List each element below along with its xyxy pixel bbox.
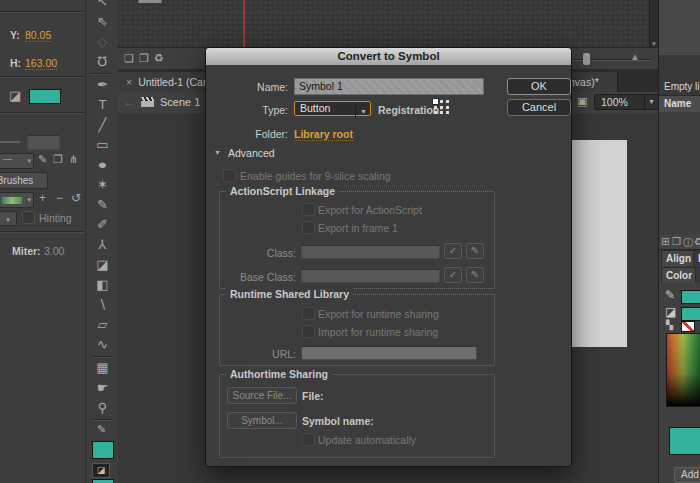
fill-color-swatch[interactable] xyxy=(681,307,700,321)
source-file-button: Source File... xyxy=(227,387,297,404)
ok-button[interactable]: OK xyxy=(507,78,571,95)
paint-bucket-tool[interactable]: ◪ xyxy=(86,255,119,275)
export-in-frame-label: Export in frame 1 xyxy=(318,222,398,234)
name-input[interactable]: Symbol 1 xyxy=(294,78,484,95)
default-colors-icon[interactable]: ▚ xyxy=(666,320,673,330)
brush-preview-dropdown[interactable]: ▾ xyxy=(0,192,34,208)
h-value[interactable]: 163.00 xyxy=(25,57,57,70)
brush-tool[interactable]: ✐ xyxy=(86,215,119,235)
properties-icon[interactable]: ⓘ xyxy=(683,236,693,250)
eyedropper-tool[interactable]: ∖ xyxy=(86,295,119,315)
frame-size-slider-knob[interactable] xyxy=(583,53,590,65)
tab-align[interactable]: Align xyxy=(661,250,696,266)
edit-symbols-icon[interactable]: ▣ xyxy=(577,95,587,108)
advanced-label[interactable]: Advanced xyxy=(228,147,275,159)
timeline-hscroll-thumb[interactable] xyxy=(138,0,162,3)
dialog-title[interactable]: Convert to Symbol xyxy=(206,48,571,65)
edit-class-button: ✎ xyxy=(466,243,484,259)
polystar-tool[interactable]: ✶ xyxy=(86,175,119,195)
name-column-label: Name xyxy=(664,98,691,109)
advanced-disclosure-icon[interactable]: ▼ xyxy=(214,149,221,156)
subselection-tool[interactable]: ⇖ xyxy=(86,12,119,32)
zoom-level-dropdown[interactable]: 100% ▼ xyxy=(594,94,659,110)
copy-style-icon[interactable]: ❐ xyxy=(53,153,63,166)
new-symbol-icon[interactable]: ⊞ xyxy=(661,236,669,247)
document-tab-fragment[interactable]: nvas)* xyxy=(565,72,618,92)
bone-tool[interactable]: ⅄ xyxy=(86,235,119,255)
fill-color-swatch[interactable] xyxy=(29,89,61,104)
tab-swatches[interactable]: Swatches xyxy=(695,267,700,283)
y-value[interactable]: 80.05 xyxy=(25,29,51,42)
folder-link[interactable]: Library root xyxy=(294,128,353,141)
tab-info[interactable]: Info xyxy=(693,250,700,266)
stroke-style-dropdown[interactable]: — ▾ xyxy=(0,153,34,169)
zoom-level-value: 100% xyxy=(595,96,628,108)
rectangle-tool[interactable]: ▭ xyxy=(86,135,119,155)
fill-bucket-icon: ◪ xyxy=(665,305,676,319)
mountain-icon: ▲ xyxy=(630,51,640,62)
url-field xyxy=(301,346,477,360)
reset-brush-icon[interactable]: ↺ xyxy=(71,191,81,205)
new-folder-icon[interactable]: ❐ xyxy=(672,236,681,247)
remove-brush-icon[interactable]: − xyxy=(56,191,63,205)
convert-to-symbol-dialog: Convert to Symbol Name: Symbol 1 OK Canc… xyxy=(205,47,572,467)
delete-layer-icon[interactable]: ♻ xyxy=(154,52,164,65)
line-tool[interactable]: ╱ xyxy=(86,115,119,135)
close-icon[interactable]: × xyxy=(126,76,132,88)
pencil-edit-icon[interactable]: ✎ xyxy=(38,153,47,166)
cancel-button[interactable]: Cancel xyxy=(507,99,571,116)
delete-icon[interactable]: ♻ xyxy=(694,236,700,247)
color-spectrum-picker[interactable] xyxy=(666,333,700,407)
stroke-width-field[interactable] xyxy=(27,135,60,150)
fill-color-swatch[interactable] xyxy=(92,479,114,483)
lasso-tool[interactable]: ℧ xyxy=(86,52,119,72)
text-tool[interactable]: T xyxy=(86,95,119,115)
pen-tool[interactable]: ✒ xyxy=(86,75,119,95)
type-dropdown[interactable]: Button ▼ xyxy=(294,101,371,116)
hinting-checkbox[interactable] xyxy=(22,211,35,224)
hinting-label: Hinting xyxy=(39,212,72,224)
no-color-icon[interactable] xyxy=(681,321,695,332)
add-brush-icon[interactable]: + xyxy=(39,191,46,205)
scene-icon xyxy=(141,97,154,107)
export-runtime-checkbox xyxy=(302,307,315,320)
back-arrow-icon[interactable]: ← xyxy=(124,95,136,109)
library-preview: Empty library xyxy=(659,55,700,95)
brushes-button[interactable]: Brushes xyxy=(0,172,48,189)
application-window: Y: 80.05 H: 163.00 ◪ — ▾ ✎ ❐ ⋔ Brushes ▾… xyxy=(0,0,700,483)
pressure-icon[interactable]: ⋔ xyxy=(69,153,78,166)
current-color-swatch[interactable] xyxy=(669,427,700,455)
ink-bottle-tool[interactable]: ◧ xyxy=(86,275,119,295)
selection-tool[interactable]: ↖ xyxy=(86,0,119,12)
divider xyxy=(91,73,114,74)
stroke-width-slider[interactable] xyxy=(0,141,20,143)
check-icon: ✓ xyxy=(449,269,457,280)
oval-tool[interactable]: ● xyxy=(85,155,120,175)
authortime-sharing-group: Authortime Sharing Source File... File: … xyxy=(219,374,495,458)
stroke-color-swatch[interactable] xyxy=(681,290,700,304)
folder-label: Folder: xyxy=(236,128,288,140)
camera-tool[interactable]: ▦ xyxy=(86,358,119,378)
chevron-down-icon: ▾ xyxy=(27,196,31,204)
new-folder-icon[interactable]: ❐ xyxy=(139,52,149,65)
stroke-color-swatch[interactable] xyxy=(92,441,114,459)
stage[interactable] xyxy=(570,140,627,347)
registration-grid[interactable] xyxy=(434,100,450,114)
hinting-dropdown[interactable]: ▾ xyxy=(0,211,17,226)
zoom-tool[interactable]: ⚲ xyxy=(86,398,119,418)
pencil-tool[interactable]: ✎ xyxy=(86,195,119,215)
hand-tool[interactable]: ☛ xyxy=(86,378,119,398)
new-layer-icon[interactable]: ❏ xyxy=(124,52,134,65)
width-tool[interactable]: ∿ xyxy=(86,335,119,355)
runtime-shared-library-title: Runtime Shared Library xyxy=(226,288,353,300)
playhead[interactable] xyxy=(243,0,245,47)
add-button[interactable]: Add xyxy=(674,467,700,483)
library-footer: ⊞ ❐ ⓘ ♻ xyxy=(659,235,700,250)
export-in-frame-checkbox xyxy=(302,221,315,234)
tab-color[interactable]: Color xyxy=(661,267,697,283)
document-tab-label: nvas)* xyxy=(569,76,599,88)
library-list[interactable] xyxy=(659,112,700,235)
eraser-tool[interactable]: ▱ xyxy=(86,315,119,335)
miter-value[interactable]: 3.00 xyxy=(44,245,64,257)
export-runtime-label: Export for runtime sharing xyxy=(318,308,439,320)
